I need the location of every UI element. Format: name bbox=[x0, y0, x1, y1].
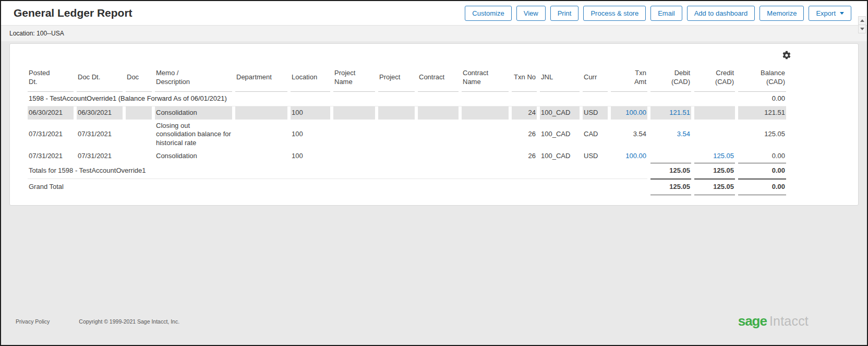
cell-balance: 125.05 bbox=[738, 120, 786, 150]
sage-logo-text: sage bbox=[738, 313, 767, 329]
app-window: General Ledger Report Customize View Pri… bbox=[0, 0, 868, 346]
cell-credit bbox=[694, 106, 735, 120]
memorize-button[interactable]: Memorize bbox=[760, 6, 804, 21]
cell-debit bbox=[650, 150, 691, 163]
col-doc: Doc bbox=[126, 68, 152, 92]
grand-total-credit: 125.05 bbox=[694, 179, 735, 195]
col-jnl: JNL bbox=[540, 68, 580, 92]
grand-total-balance: 0.00 bbox=[738, 179, 786, 195]
cell-contract bbox=[418, 150, 459, 163]
col-doc-dt: Doc Dt. bbox=[77, 68, 123, 92]
cell-curr: USD bbox=[583, 106, 608, 120]
cell-txn-amt-link[interactable]: 100.00 bbox=[611, 150, 647, 163]
cell-posted-dt: 06/30/2021 bbox=[28, 106, 74, 120]
grand-total-row: Grand Total 125.05 125.05 0.00 bbox=[28, 179, 786, 195]
cell-doc-dt: 07/31/2021 bbox=[77, 150, 123, 163]
cell-department bbox=[235, 106, 287, 120]
action-button-group: Customize View Print Process & store Ema… bbox=[465, 6, 851, 21]
cell-memo: Closing out consolidation balance for hi… bbox=[155, 120, 232, 150]
cell-curr: CAD bbox=[583, 120, 608, 150]
cell-doc bbox=[126, 150, 152, 163]
table-row: 07/31/2021 07/31/2021 Closing out consol… bbox=[28, 120, 786, 150]
intacct-logo-text: Intacct bbox=[769, 314, 809, 329]
location-bar: Location: 100--USA bbox=[1, 26, 867, 41]
cell-posted-dt: 07/31/2021 bbox=[28, 150, 74, 163]
report-card: Posted Dt. Doc Dt. Doc Memo / Descriptio… bbox=[9, 43, 859, 206]
cell-location: 100 bbox=[291, 150, 330, 163]
process-store-button[interactable]: Process & store bbox=[583, 6, 646, 21]
cell-jnl: 100_CAD bbox=[540, 120, 580, 150]
cell-memo: Consolidation bbox=[155, 150, 232, 163]
col-debit: Debit (CAD) bbox=[650, 68, 691, 92]
cell-doc bbox=[126, 120, 152, 150]
cell-department bbox=[235, 120, 287, 150]
cell-curr: USD bbox=[583, 150, 608, 163]
cell-balance: 121.51 bbox=[738, 106, 786, 120]
col-credit: Credit (CAD) bbox=[694, 68, 735, 92]
arrow-down-icon bbox=[860, 28, 864, 30]
privacy-policy-link[interactable]: Privacy Policy bbox=[16, 318, 50, 325]
col-txn-amt: Txn Amt bbox=[611, 68, 647, 92]
col-department: Department bbox=[235, 68, 287, 92]
cell-credit-link[interactable]: 125.05 bbox=[694, 150, 735, 163]
cell-department bbox=[235, 150, 287, 163]
chevron-down-icon bbox=[840, 12, 844, 15]
cell-jnl: 100_CAD bbox=[540, 106, 580, 120]
export-button[interactable]: Export bbox=[809, 6, 851, 21]
account-totals-row: Totals for 1598 - TestAccountOverride1 1… bbox=[28, 163, 786, 179]
totals-balance: 0.00 bbox=[738, 163, 786, 179]
col-contract-name: Contract Name bbox=[462, 68, 509, 92]
cell-txn-no: 26 bbox=[512, 120, 537, 150]
cell-txn-no: 24 bbox=[512, 106, 537, 120]
table-row: 07/31/2021 07/31/2021 Consolidation 100 … bbox=[28, 150, 786, 163]
grand-total-label: Grand Total bbox=[28, 179, 647, 195]
gear-icon[interactable] bbox=[782, 51, 792, 61]
page-title: General Ledger Report bbox=[14, 7, 132, 19]
grand-total-debit: 125.05 bbox=[650, 179, 691, 195]
cell-balance: 0.00 bbox=[738, 150, 786, 163]
cell-debit-link[interactable]: 3.54 bbox=[650, 120, 691, 150]
arrow-up-icon bbox=[860, 19, 864, 22]
totals-credit: 125.05 bbox=[694, 163, 735, 179]
scroll-up-button[interactable] bbox=[858, 16, 866, 25]
cell-contract bbox=[418, 120, 459, 150]
copyright-text: Copyright © 1999-2021 Sage Intacct, Inc. bbox=[79, 318, 179, 325]
totals-debit: 125.05 bbox=[650, 163, 691, 179]
col-project-name: Project Name bbox=[333, 68, 375, 92]
cell-txn-amt: 3.54 bbox=[611, 120, 647, 150]
col-project: Project bbox=[378, 68, 415, 92]
table-row: 06/30/2021 06/30/2021 Consolidation 100 … bbox=[28, 106, 786, 120]
scroll-down-button[interactable] bbox=[858, 25, 866, 33]
cell-project-name bbox=[333, 120, 375, 150]
col-location: Location bbox=[291, 68, 330, 92]
cell-project bbox=[378, 106, 415, 120]
col-posted-dt: Posted Dt. bbox=[28, 68, 74, 92]
general-ledger-table: Posted Dt. Doc Dt. Doc Memo / Descriptio… bbox=[25, 68, 789, 195]
cell-debit-link[interactable]: 121.51 bbox=[650, 106, 691, 120]
cell-posted-dt: 07/31/2021 bbox=[28, 120, 74, 150]
cell-location: 100 bbox=[291, 106, 330, 120]
account-group-label: 1598 - TestAccountOverride1 (Balance For… bbox=[28, 92, 735, 106]
cell-txn-amt-link[interactable]: 100.00 bbox=[611, 106, 647, 120]
cell-memo: Consolidation bbox=[155, 106, 232, 120]
col-balance: Balance (CAD) bbox=[738, 68, 786, 92]
col-txn-no: Txn No bbox=[512, 68, 537, 92]
cell-project bbox=[378, 120, 415, 150]
cell-project bbox=[378, 150, 415, 163]
cell-location: 100 bbox=[291, 120, 330, 150]
cell-contract-name bbox=[462, 120, 509, 150]
customize-button[interactable]: Customize bbox=[465, 6, 511, 21]
export-label: Export bbox=[816, 10, 836, 17]
cell-txn-no: 26 bbox=[512, 150, 537, 163]
cell-project-name bbox=[333, 150, 375, 163]
page-footer: Privacy Policy Copyright © 1999-2021 Sag… bbox=[1, 313, 867, 345]
view-button[interactable]: View bbox=[516, 6, 546, 21]
col-contract: Contract bbox=[418, 68, 459, 92]
cell-balance: 0.00 bbox=[738, 92, 786, 106]
col-memo: Memo / Description bbox=[155, 68, 232, 92]
account-group-header-row: 1598 - TestAccountOverride1 (Balance For… bbox=[28, 92, 786, 106]
print-button[interactable]: Print bbox=[550, 6, 579, 21]
add-to-dashboard-button[interactable]: Add to dashboard bbox=[687, 6, 755, 21]
email-button[interactable]: Email bbox=[650, 6, 682, 21]
vertical-scrollbar[interactable] bbox=[858, 16, 866, 33]
